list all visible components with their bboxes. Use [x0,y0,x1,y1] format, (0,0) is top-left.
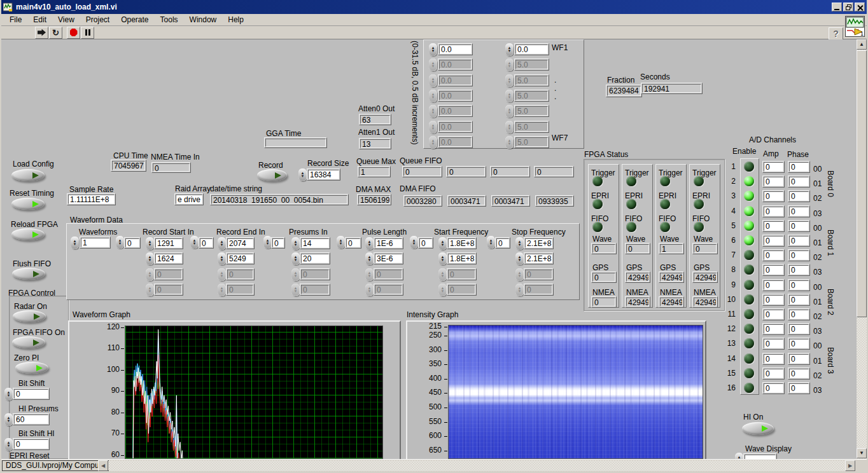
col-3-spinner-0[interactable]: ▲▼ [365,237,374,250]
atten-col2-spinner-1[interactable]: ▲▼ [505,58,514,71]
atten-col1-spinner-6[interactable]: ▲▼ [429,136,437,149]
fpga-epri-led[interactable] [626,199,636,209]
ad-phase-field-7[interactable]: 0 [788,249,810,261]
index-spinner-0[interactable]: ▲▼ [116,236,124,249]
ad-amp-field-10[interactable]: 0 [762,294,785,306]
load-config-button[interactable] [11,169,45,181]
col-2-field-3[interactable]: 0 [300,284,330,296]
atten-col1-field-6[interactable]: 0.0 [438,136,473,148]
run-continuous-button[interactable]: ↻ [49,27,62,39]
atten-col1-spinner-5[interactable]: ▲▼ [429,121,437,134]
ad-amp-field-9[interactable]: 0 [762,279,785,291]
col-5-field-1[interactable]: 2.1E+8 [524,252,554,264]
zero-pi-button[interactable] [15,362,48,374]
title-bar[interactable]: main4v10_auto_load_xml.vi [1,0,867,14]
col-5-spinner-2[interactable]: ▲▼ [515,268,524,281]
ad-enable-led-15[interactable] [744,368,754,378]
col-5-field-0[interactable]: 2.1E+8 [524,237,554,249]
pause-button[interactable] [81,27,94,39]
atten-col2-spinner-6[interactable]: ▲▼ [505,136,514,149]
fpga-fifo-led[interactable] [660,222,670,232]
atten-col2-spinner-0[interactable]: ▲▼ [505,43,514,56]
atten-col2-spinner-3[interactable]: ▲▼ [505,90,514,102]
col-0-spinner-0[interactable]: ▲▼ [146,237,154,250]
scroll-right-button[interactable]: ▶ [845,460,855,471]
col-4-field-3[interactable]: 0 [447,284,477,296]
col-2-field-0[interactable]: 14 [300,237,330,249]
ad-phase-field-3[interactable]: 0 [788,190,810,202]
ad-phase-field-4[interactable]: 0 [788,205,810,217]
atten-col1-spinner-2[interactable]: ▲▼ [429,74,437,87]
col-1-field-1[interactable]: 5249 [226,252,255,264]
ad-enable-led-16[interactable] [744,383,754,393]
record-button[interactable] [257,169,287,181]
ad-phase-field-16[interactable]: 0 [788,382,810,394]
ad-amp-field-14[interactable]: 0 [762,353,785,365]
atten-col2-field-6[interactable]: 5.0 [514,136,549,148]
vertical-scrollbar[interactable]: ▲ ▼ [857,39,867,459]
col-1-spinner-3[interactable]: ▲▼ [218,284,226,296]
ad-amp-field-7[interactable]: 0 [762,249,785,261]
index-spinner-4[interactable]: ▲▼ [410,236,418,249]
atten-col1-field-3[interactable]: 0.0 [438,90,473,102]
index-field-3[interactable]: 0 [345,237,361,249]
hi-presums-field[interactable]: 60 [13,413,50,425]
col-3-field-1[interactable]: 3E-6 [374,252,403,264]
record-size-spinner[interactable]: ▲▼ [298,168,307,181]
col-0-field-1[interactable]: 1624 [154,252,183,264]
atten-col1-field-4[interactable]: 0.0 [438,105,473,117]
col-5-spinner-3[interactable]: ▲▼ [515,284,524,296]
run-button[interactable] [35,27,48,39]
col-5-spinner-1[interactable]: ▲▼ [515,252,524,265]
ad-enable-led-14[interactable] [744,353,754,364]
atten-col2-spinner-5[interactable]: ▲▼ [505,121,514,134]
scroll-left-button[interactable]: ◀ [98,460,108,471]
execution-target[interactable]: DDS_GUI.lvproj/My Computer [2,460,112,471]
ad-amp-field-12[interactable]: 0 [762,323,785,335]
fpga-trigger-led[interactable] [592,176,603,186]
atten-col2-field-1[interactable]: 5.0 [514,58,549,71]
atten-col1-spinner-3[interactable]: ▲▼ [429,90,437,102]
ad-amp-field-6[interactable]: 0 [762,235,785,247]
col-5-field-3[interactable]: 0 [524,284,554,296]
fpga-trigger-led[interactable] [694,176,704,186]
menu-window[interactable]: Window [184,15,223,25]
ad-amp-field-3[interactable]: 0 [762,190,785,202]
ad-amp-field-5[interactable]: 0 [762,220,785,232]
atten-col1-spinner-0[interactable]: ▲▼ [429,43,437,56]
waveform-graph-plot[interactable] [125,326,383,459]
ad-amp-field-4[interactable]: 0 [762,205,785,217]
bit-shift-hi-field[interactable]: 0 [13,438,50,450]
radar-on-button[interactable] [13,310,46,322]
menu-file[interactable]: File [4,15,27,25]
col-4-spinner-1[interactable]: ▲▼ [438,252,447,265]
atten-col2-field-0[interactable]: 0.0 [514,43,549,55]
index-field-0[interactable]: 0 [124,237,141,249]
col-0-field-2[interactable]: 0 [154,268,183,280]
col-1-spinner-1[interactable]: ▲▼ [218,252,226,265]
atten-col2-spinner-2[interactable]: ▲▼ [505,74,514,87]
col-5-spinner-0[interactable]: ▲▼ [515,237,524,250]
col-2-spinner-0[interactable]: ▲▼ [291,237,300,250]
ad-enable-led-9[interactable] [744,280,754,290]
ad-enable-led-1[interactable] [744,161,754,172]
col-4-field-2[interactable]: 0 [447,268,477,280]
ad-phase-field-5[interactable]: 0 [788,220,810,232]
scroll-down-button[interactable]: ▼ [857,448,867,458]
record-size-field[interactable]: 16384 [307,168,340,181]
col-2-spinner-1[interactable]: ▲▼ [291,252,300,265]
atten-col1-spinner-1[interactable]: ▲▼ [429,58,437,71]
ad-phase-field-6[interactable]: 0 [788,235,810,247]
wave-display-field[interactable] [743,453,777,459]
atten-col2-field-5[interactable]: 5.0 [514,121,549,133]
col-0-spinner-3[interactable]: ▲▼ [146,284,154,296]
fpga-fifo-led[interactable] [592,222,603,232]
fpga-fifo-led[interactable] [626,222,636,232]
col-1-field-2[interactable]: 0 [226,268,255,280]
ad-amp-field-15[interactable]: 0 [762,367,785,380]
vertical-scroll-thumb[interactable] [857,50,867,317]
fpga-fifo-on-button[interactable] [12,336,45,348]
atten-col1-field-1[interactable]: 0.0 [438,58,473,71]
scroll-up-button[interactable]: ▲ [857,39,867,50]
ad-phase-field-11[interactable]: 0 [788,308,810,320]
